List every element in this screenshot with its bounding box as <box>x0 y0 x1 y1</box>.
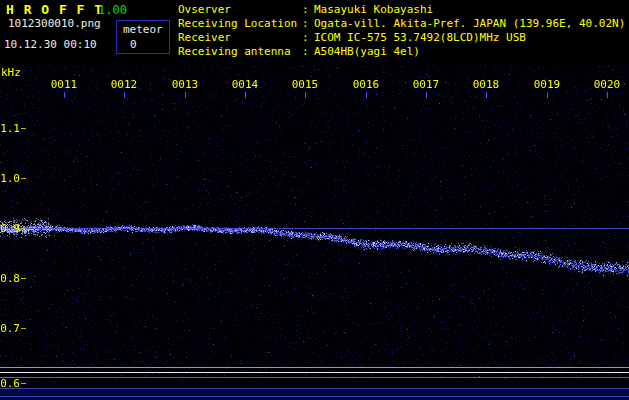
info-colon: : <box>302 31 314 45</box>
output-filename: 1012300010.png <box>8 17 101 30</box>
x-axis-tick-label: 0013 <box>171 78 199 91</box>
x-axis-tick-label: 0015 <box>291 78 319 91</box>
y-axis-unit-label: kHz <box>1 66 21 79</box>
y-axis-tick-label: 0.9 <box>0 222 20 235</box>
meteor-count-value: 0 <box>130 38 137 51</box>
app-logo: H R O F F T <box>6 2 103 17</box>
y-axis-tick-label: 0.6 <box>0 377 20 390</box>
info-label: Receiving Location <box>178 17 302 31</box>
x-axis-tick-label: 0012 <box>110 78 138 91</box>
hrofft-window: H R O F F T 1.00 1012300010.png meteor 0… <box>0 0 629 400</box>
y-axis-tick-label: 1.0 <box>0 172 20 185</box>
y-axis-tick-label: 0.7 <box>0 322 20 335</box>
x-axis-tick-label: 0014 <box>231 78 259 91</box>
observation-info: Ovserver:Masayuki Kobayashi Receiving Lo… <box>178 3 625 59</box>
info-value: A504HB(yagi 4el) <box>314 45 420 59</box>
x-axis-tick-label: 0017 <box>412 78 440 91</box>
info-colon: : <box>302 45 314 59</box>
observation-timestamp: 10.12.30 00:10 <box>4 38 97 51</box>
mode-label: meteor <box>123 23 163 36</box>
info-row-receiver: Receiver:ICOM IC-575 53.7492(8LCD)MHz US… <box>178 31 625 45</box>
x-axis-tick-label: 0018 <box>472 78 500 91</box>
info-label: Receiving antenna <box>178 45 302 59</box>
y-axis-tick-label: 0.8 <box>0 272 20 285</box>
info-colon: : <box>302 3 314 17</box>
info-value: Masayuki Kobayashi <box>314 3 433 17</box>
x-axis-tick-label: 0011 <box>50 78 78 91</box>
info-value: Ogata-vill. Akita-Pref. JAPAN (139.96E, … <box>314 17 625 31</box>
x-axis-tick-label: 0020 <box>593 78 621 91</box>
info-value: ICOM IC-575 53.7492(8LCD)MHz USB <box>314 31 526 45</box>
info-row-observer: Ovserver:Masayuki Kobayashi <box>178 3 625 17</box>
info-row-location: Receiving Location:Ogata-vill. Akita-Pre… <box>178 17 625 31</box>
spectrogram-canvas <box>0 65 629 400</box>
info-label: Receiver <box>178 31 302 45</box>
x-axis-tick-label: 0016 <box>352 78 380 91</box>
info-row-antenna: Receiving antenna:A504HB(yagi 4el) <box>178 45 625 59</box>
info-colon: : <box>302 17 314 31</box>
info-label: Ovserver <box>178 3 302 17</box>
x-axis-tick-label: 0019 <box>533 78 561 91</box>
app-version: 1.00 <box>98 3 127 17</box>
y-axis-tick-label: 1.1 <box>0 122 20 135</box>
